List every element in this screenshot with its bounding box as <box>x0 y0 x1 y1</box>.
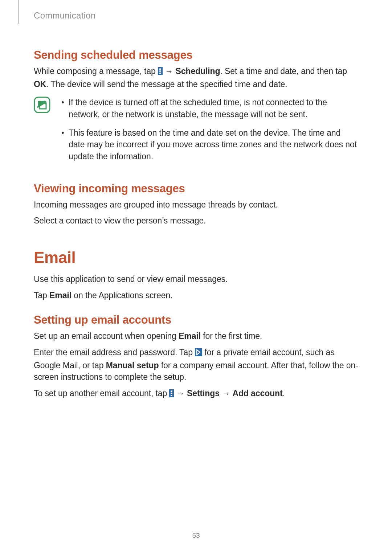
svg-rect-9 <box>171 395 172 396</box>
bold-settings: Settings <box>187 389 220 398</box>
bold-email2: Email <box>179 331 201 341</box>
svg-rect-1 <box>159 69 161 70</box>
note-list: If the device is turned off at the sched… <box>59 96 358 169</box>
para-setup-1: Set up an email account when opening Ema… <box>34 330 358 342</box>
header-section-label: Communication <box>34 11 96 21</box>
para-setup-2: Enter the email address and password. Ta… <box>34 346 358 383</box>
document-page: Communication Sending scheduled messages… <box>0 0 392 554</box>
bold-ok: OK <box>34 79 46 89</box>
header-divider <box>18 0 19 24</box>
note-item: This feature is based on the time and da… <box>59 127 358 163</box>
para-email-2: Tap Email on the Applications screen. <box>34 290 358 301</box>
svg-rect-8 <box>171 393 172 394</box>
note-item: If the device is turned off at the sched… <box>59 97 358 120</box>
text: Enter the email address and password. Ta… <box>34 348 195 357</box>
bold-email: Email <box>49 291 72 300</box>
para-incoming-2: Select a contact to view the person’s me… <box>34 215 358 227</box>
para-email-1: Use this application to send or view ema… <box>34 273 358 285</box>
arrow: → <box>220 389 232 398</box>
text: Tap <box>34 291 49 300</box>
para-incoming-1: Incoming messages are grouped into messa… <box>34 199 358 211</box>
menu-icon <box>158 66 163 78</box>
svg-rect-2 <box>159 70 161 72</box>
heading-sending-scheduled: Sending scheduled messages <box>34 49 358 62</box>
text: . Set a time and date, and then tap <box>220 66 347 76</box>
next-icon <box>195 348 202 360</box>
svg-rect-7 <box>171 390 172 392</box>
page-number: 53 <box>0 532 392 539</box>
para-setup-3: To set up another email account, tap → S… <box>34 387 358 401</box>
text: . <box>283 389 285 398</box>
bold-scheduling: Scheduling <box>176 66 220 76</box>
arrow: → <box>174 389 187 398</box>
bold-add-account: Add account <box>232 389 282 398</box>
menu-icon <box>169 389 174 401</box>
heading-email: Email <box>34 249 358 267</box>
heading-setup-email: Setting up email accounts <box>34 313 358 327</box>
text: for the first time. <box>201 331 262 341</box>
arrow: → <box>163 66 175 76</box>
note-block: If the device is turned off at the sched… <box>34 96 358 169</box>
text: on the Applications screen. <box>72 291 173 300</box>
svg-rect-5 <box>195 348 202 356</box>
svg-rect-3 <box>159 73 161 74</box>
note-text: If the device is turned off at the sched… <box>69 98 327 119</box>
text: . The device will send the message at th… <box>46 79 287 89</box>
heading-viewing-incoming: Viewing incoming messages <box>34 182 358 195</box>
bold-manual-setup: Manual setup <box>106 361 159 370</box>
text: To set up another email account, tap <box>34 389 169 398</box>
text: Set up an email account when opening <box>34 331 179 341</box>
note-icon <box>34 97 50 115</box>
text: While composing a message, tap <box>34 66 158 76</box>
para-scheduling: While composing a message, tap → Schedul… <box>34 65 358 90</box>
note-text: This feature is based on the time and da… <box>69 128 357 161</box>
page-content: Sending scheduled messages While composi… <box>34 11 358 401</box>
